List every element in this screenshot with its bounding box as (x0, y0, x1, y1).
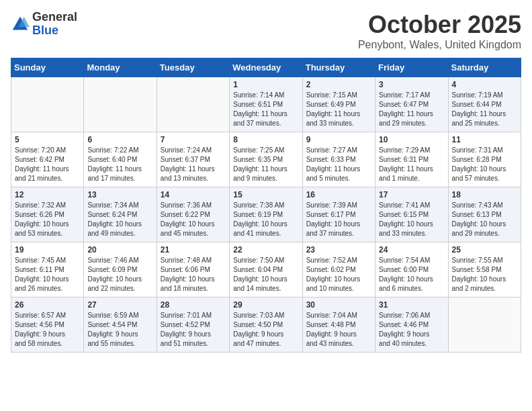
day-number: 27 (87, 300, 152, 310)
cell-week3-day4: 16Sunrise: 7:39 AM Sunset: 6:17 PM Dayli… (302, 187, 375, 242)
day-number: 19 (15, 245, 80, 255)
header-wednesday: Wednesday (230, 58, 302, 77)
header-tuesday: Tuesday (157, 58, 229, 77)
location: Penybont, Wales, United Kingdom (358, 39, 521, 51)
day-info: Sunrise: 7:38 AM Sunset: 6:19 PM Dayligh… (233, 201, 298, 238)
cell-week2-day2: 7Sunrise: 7:24 AM Sunset: 6:37 PM Daylig… (157, 132, 229, 187)
day-number: 20 (87, 245, 152, 255)
day-number: 2 (306, 80, 371, 89)
page-header: General Blue October 2025 Penybont, Wale… (11, 11, 521, 51)
week-row-3: 12Sunrise: 7:32 AM Sunset: 6:26 PM Dayli… (11, 187, 521, 242)
day-info: Sunrise: 7:01 AM Sunset: 4:52 PM Dayligh… (161, 311, 226, 349)
title-block: October 2025 Penybont, Wales, United Kin… (358, 11, 521, 51)
day-number: 8 (233, 135, 298, 144)
cell-week5-day0: 26Sunrise: 6:57 AM Sunset: 4:56 PM Dayli… (11, 298, 84, 353)
cell-week4-day5: 24Sunrise: 7:54 AM Sunset: 6:00 PM Dayli… (375, 242, 448, 298)
day-info: Sunrise: 7:46 AM Sunset: 6:09 PM Dayligh… (87, 256, 152, 293)
weekday-header-row: SundayMondayTuesdayWednesdayThursdayFrid… (11, 58, 521, 77)
day-number: 26 (15, 300, 80, 310)
cell-week1-day6: 4Sunrise: 7:19 AM Sunset: 6:44 PM Daylig… (448, 77, 521, 132)
cell-week5-day6 (448, 298, 521, 353)
day-info: Sunrise: 7:52 AM Sunset: 6:02 PM Dayligh… (306, 256, 371, 293)
day-info: Sunrise: 7:34 AM Sunset: 6:24 PM Dayligh… (87, 201, 152, 238)
logo-text: General Blue (32, 11, 77, 38)
day-info: Sunrise: 7:22 AM Sunset: 6:40 PM Dayligh… (87, 146, 152, 183)
cell-week2-day1: 6Sunrise: 7:22 AM Sunset: 6:40 PM Daylig… (84, 132, 157, 187)
day-number: 25 (452, 245, 517, 255)
day-number: 9 (306, 135, 371, 144)
logo-general: General (32, 11, 77, 24)
month-title: October 2025 (358, 11, 521, 39)
day-info: Sunrise: 7:19 AM Sunset: 6:44 PM Dayligh… (452, 91, 517, 128)
day-number: 14 (161, 190, 226, 199)
day-info: Sunrise: 7:29 AM Sunset: 6:31 PM Dayligh… (379, 146, 444, 183)
cell-week1-day2 (157, 77, 229, 132)
cell-week4-day3: 22Sunrise: 7:50 AM Sunset: 6:04 PM Dayli… (230, 242, 302, 298)
cell-week5-day2: 28Sunrise: 7:01 AM Sunset: 4:52 PM Dayli… (157, 298, 229, 353)
day-info: Sunrise: 7:36 AM Sunset: 6:22 PM Dayligh… (161, 201, 226, 238)
cell-week5-day4: 30Sunrise: 7:04 AM Sunset: 4:48 PM Dayli… (302, 298, 375, 353)
logo-icon (11, 15, 30, 34)
day-number: 21 (161, 245, 226, 255)
cell-week5-day1: 27Sunrise: 6:59 AM Sunset: 4:54 PM Dayli… (84, 298, 157, 353)
cell-week2-day0: 5Sunrise: 7:20 AM Sunset: 6:42 PM Daylig… (11, 132, 84, 187)
week-row-1: 1Sunrise: 7:14 AM Sunset: 6:51 PM Daylig… (11, 77, 521, 132)
day-info: Sunrise: 7:41 AM Sunset: 6:15 PM Dayligh… (379, 201, 444, 238)
day-info: Sunrise: 7:24 AM Sunset: 6:37 PM Dayligh… (161, 146, 226, 183)
cell-week3-day0: 12Sunrise: 7:32 AM Sunset: 6:26 PM Dayli… (11, 187, 84, 242)
day-number: 1 (233, 80, 298, 89)
header-thursday: Thursday (302, 58, 375, 77)
day-number: 12 (15, 190, 80, 199)
day-number: 17 (379, 190, 444, 199)
cell-week2-day3: 8Sunrise: 7:25 AM Sunset: 6:35 PM Daylig… (230, 132, 302, 187)
day-number: 24 (379, 245, 444, 255)
cell-week4-day6: 25Sunrise: 7:55 AM Sunset: 5:58 PM Dayli… (448, 242, 521, 298)
day-info: Sunrise: 7:50 AM Sunset: 6:04 PM Dayligh… (233, 256, 298, 293)
day-info: Sunrise: 7:27 AM Sunset: 6:33 PM Dayligh… (306, 146, 371, 183)
cell-week3-day1: 13Sunrise: 7:34 AM Sunset: 6:24 PM Dayli… (84, 187, 157, 242)
day-number: 29 (233, 300, 298, 310)
day-number: 15 (233, 190, 298, 199)
week-row-5: 26Sunrise: 6:57 AM Sunset: 4:56 PM Dayli… (11, 298, 521, 353)
day-info: Sunrise: 7:25 AM Sunset: 6:35 PM Dayligh… (233, 146, 298, 183)
day-number: 7 (161, 135, 226, 144)
day-number: 10 (379, 135, 444, 144)
day-info: Sunrise: 7:43 AM Sunset: 6:13 PM Dayligh… (452, 201, 517, 238)
day-number: 11 (452, 135, 517, 144)
cell-week2-day6: 11Sunrise: 7:31 AM Sunset: 6:28 PM Dayli… (448, 132, 521, 187)
day-info: Sunrise: 7:31 AM Sunset: 6:28 PM Dayligh… (452, 146, 517, 183)
day-number: 16 (306, 190, 371, 199)
day-number: 3 (379, 80, 444, 89)
cell-week2-day4: 9Sunrise: 7:27 AM Sunset: 6:33 PM Daylig… (302, 132, 375, 187)
cell-week4-day1: 20Sunrise: 7:46 AM Sunset: 6:09 PM Dayli… (84, 242, 157, 298)
day-info: Sunrise: 6:59 AM Sunset: 4:54 PM Dayligh… (87, 311, 152, 349)
cell-week1-day3: 1Sunrise: 7:14 AM Sunset: 6:51 PM Daylig… (230, 77, 302, 132)
day-number: 18 (452, 190, 517, 199)
week-row-4: 19Sunrise: 7:45 AM Sunset: 6:11 PM Dayli… (11, 242, 521, 298)
day-number: 28 (161, 300, 226, 310)
cell-week3-day6: 18Sunrise: 7:43 AM Sunset: 6:13 PM Dayli… (448, 187, 521, 242)
day-info: Sunrise: 7:14 AM Sunset: 6:51 PM Dayligh… (233, 91, 298, 128)
cell-week5-day3: 29Sunrise: 7:03 AM Sunset: 4:50 PM Dayli… (230, 298, 302, 353)
day-info: Sunrise: 7:39 AM Sunset: 6:17 PM Dayligh… (306, 201, 371, 238)
day-number: 23 (306, 245, 371, 255)
day-info: Sunrise: 7:03 AM Sunset: 4:50 PM Dayligh… (233, 311, 298, 349)
day-info: Sunrise: 7:17 AM Sunset: 6:47 PM Dayligh… (379, 91, 444, 128)
day-info: Sunrise: 7:32 AM Sunset: 6:26 PM Dayligh… (15, 201, 80, 238)
cell-week4-day4: 23Sunrise: 7:52 AM Sunset: 6:02 PM Dayli… (302, 242, 375, 298)
day-number: 5 (15, 135, 80, 144)
cell-week1-day0 (11, 77, 84, 132)
day-number: 4 (452, 80, 517, 89)
week-row-2: 5Sunrise: 7:20 AM Sunset: 6:42 PM Daylig… (11, 132, 521, 187)
day-info: Sunrise: 7:55 AM Sunset: 5:58 PM Dayligh… (452, 256, 517, 293)
day-info: Sunrise: 7:20 AM Sunset: 6:42 PM Dayligh… (15, 146, 80, 183)
day-info: Sunrise: 7:48 AM Sunset: 6:06 PM Dayligh… (161, 256, 226, 293)
day-info: Sunrise: 7:04 AM Sunset: 4:48 PM Dayligh… (306, 311, 371, 349)
header-sunday: Sunday (11, 58, 84, 77)
cell-week3-day5: 17Sunrise: 7:41 AM Sunset: 6:15 PM Dayli… (375, 187, 448, 242)
day-info: Sunrise: 7:54 AM Sunset: 6:00 PM Dayligh… (379, 256, 444, 293)
cell-week1-day1 (84, 77, 157, 132)
day-number: 30 (306, 300, 371, 310)
header-friday: Friday (375, 58, 448, 77)
cell-week1-day5: 3Sunrise: 7:17 AM Sunset: 6:47 PM Daylig… (375, 77, 448, 132)
